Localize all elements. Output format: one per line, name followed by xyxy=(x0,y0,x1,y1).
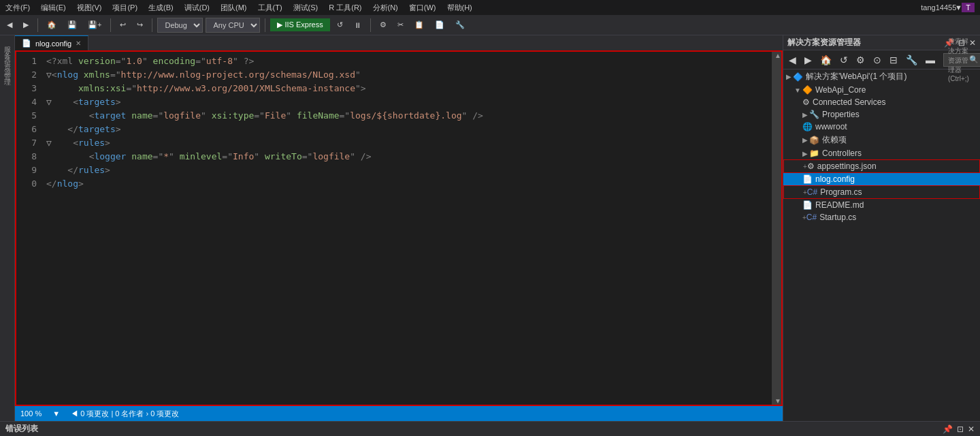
wwwroot-icon: 🌐 xyxy=(802,122,813,131)
el-title: 错误列表 xyxy=(5,423,38,435)
tree-dependencies[interactable]: ▶ 📦 依赖项 xyxy=(783,133,980,147)
project-arrow: ▼ xyxy=(794,87,801,94)
menu-edit[interactable]: 编辑(E) xyxy=(41,3,66,13)
menu-analyze[interactable]: 分析(N) xyxy=(373,3,398,13)
tree-properties[interactable]: ▶ 🔧 Properties xyxy=(783,108,980,121)
toolbar-sep-2 xyxy=(110,18,111,32)
menu-project[interactable]: 项目(P) xyxy=(112,3,137,13)
se-back-button[interactable]: ◀ xyxy=(786,53,799,67)
tree-connected-services[interactable]: ⚙ Connected Services xyxy=(783,96,980,108)
editor-tab-nlog[interactable]: 📄 nlog.config ✕ xyxy=(15,35,88,50)
el-float-button[interactable]: ⊡ xyxy=(957,424,964,434)
solution-icon: 🔷 xyxy=(793,72,803,82)
menu-debug[interactable]: 调试(D) xyxy=(184,3,210,13)
tree-controllers[interactable]: ▶ 📁 Controllers xyxy=(783,147,980,159)
editor-tab-bar: 📄 nlog.config ✕ ▼ xyxy=(15,35,783,50)
connected-services-icon: ⚙ xyxy=(802,97,810,107)
editor-status-bar: 100 % ▼ ◀ 0 项更改 | 0 名作者 › 0 项更改 xyxy=(15,406,783,421)
zoom-dropdown-arrow[interactable]: ▼ xyxy=(52,409,60,418)
toolbar-save[interactable]: 💾 xyxy=(63,19,81,31)
tree-appsettings[interactable]: + ⚙ appsettings.json xyxy=(783,159,980,173)
toolbar-stop[interactable]: ⏸ xyxy=(350,20,365,31)
program-label: Program.cs xyxy=(820,187,862,197)
tree-project-root[interactable]: ▼ 🔶 WebApi_Core xyxy=(783,84,980,96)
left-gutter: 服 务 器 资 源 管 理 xyxy=(0,35,15,421)
connected-services-label: Connected Services xyxy=(813,97,885,107)
menu-view[interactable]: 视图(V) xyxy=(77,3,102,13)
se-search-icon[interactable]: 🔍 xyxy=(969,55,979,64)
menu-bar[interactable]: 文件(F) 编辑(E) 视图(V) 项目(P) 生成(B) 调试(D) 团队(M… xyxy=(5,3,472,13)
tree-program-cs[interactable]: + C# Program.cs xyxy=(783,185,980,199)
se-close-button[interactable]: ✕ xyxy=(969,38,976,48)
zoom-level: 100 % xyxy=(20,409,42,418)
nlog-label: nlog.config xyxy=(815,174,855,184)
menu-help[interactable]: 帮助(H) xyxy=(447,3,472,13)
toolbar-sep-1 xyxy=(37,18,38,32)
appsettings-icon: ⚙ xyxy=(807,161,815,171)
el-pin-button[interactable]: 📌 xyxy=(943,424,953,434)
dependencies-icon: 📦 xyxy=(809,136,819,145)
se-title: 解决方案资源管理器 xyxy=(787,37,861,48)
code-area[interactable]: <?xml version="1.0" encoding="utf-8" ?> … xyxy=(41,52,772,405)
debug-mode-dropdown[interactable]: Debug xyxy=(157,18,203,33)
editor-content[interactable]: 1 2 3 4 5 6 7 8 9 0 <?xml version="1.0" … xyxy=(15,50,783,406)
tree-startup-cs[interactable]: + C# Startup.cs xyxy=(783,211,980,223)
se-collapse-all-button[interactable]: ⊟ xyxy=(887,53,900,67)
toolbar-extra4[interactable]: 📄 xyxy=(431,19,448,31)
title-bar: 文件(F) 编辑(E) 视图(V) 项目(P) 生成(B) 调试(D) 团队(M… xyxy=(0,0,980,15)
scroll-down-button[interactable]: ▼ xyxy=(774,397,781,405)
toolbar-forward[interactable]: ▶ xyxy=(19,19,33,31)
toolbar-redo[interactable]: ↪ xyxy=(133,19,147,31)
se-home-button[interactable]: 🏠 xyxy=(817,53,834,67)
tab-icon: 📄 xyxy=(22,39,31,48)
se-refresh-button[interactable]: ↺ xyxy=(837,53,851,67)
collapse-editor-button[interactable]: ▼ xyxy=(951,0,966,15)
menu-window[interactable]: 窗口(W) xyxy=(409,3,436,13)
se-filter-button[interactable]: ⊙ xyxy=(870,53,884,67)
toolbar-back[interactable]: ◀ xyxy=(3,19,16,31)
se-tree: ▶ 🔷 解决方案'WebApi'(1 个项目) ▼ 🔶 WebApi_Core … xyxy=(783,69,980,421)
editor-container: 📄 nlog.config ✕ ▼ 1 2 3 4 5 6 7 8 9 0 <?… xyxy=(15,35,783,421)
toolbar-sep-4 xyxy=(265,18,265,32)
toolbar-extra5[interactable]: 🔧 xyxy=(451,19,469,31)
toolbar-refresh[interactable]: ↺ xyxy=(333,19,347,31)
tree-wwwroot[interactable]: 🌐 wwwroot xyxy=(783,121,980,133)
se-properties-button[interactable]: 🔧 xyxy=(903,53,920,67)
editor-scrollbar[interactable]: ▲ ▼ xyxy=(772,52,781,405)
toolbar-sep-3 xyxy=(152,18,152,32)
toolbar-extra3[interactable]: 📋 xyxy=(410,19,428,31)
dependencies-arrow: ▶ xyxy=(802,136,808,144)
tab-close-button[interactable]: ✕ xyxy=(76,40,81,47)
tree-nlog-config[interactable]: 📄 nlog.config xyxy=(783,173,980,185)
appsettings-label: appsettings.json xyxy=(817,161,877,171)
toolbar-extra2[interactable]: ✂ xyxy=(393,19,408,31)
dependencies-label: 依赖项 xyxy=(822,134,847,146)
platform-dropdown[interactable]: Any CPU xyxy=(206,18,260,33)
se-preview-button[interactable]: ▬ xyxy=(923,53,938,67)
change-count: ◀ 0 项更改 | 0 名作者 › 0 项更改 xyxy=(71,409,179,419)
startup-label: Startup.cs xyxy=(819,213,856,222)
el-close-button[interactable]: ✕ xyxy=(968,424,975,434)
se-forward-button[interactable]: ▶ xyxy=(802,53,815,67)
startup-icon: C# xyxy=(806,213,817,222)
run-button[interactable]: ▶ IIS Express xyxy=(270,18,329,31)
menu-team[interactable]: 团队(M) xyxy=(220,3,247,13)
toolbar-extra1[interactable]: ⚙ xyxy=(376,19,391,31)
nlog-icon: 📄 xyxy=(802,174,813,184)
se-search-box: 搜索解决方案资源管理器(Ctrl+;) 🔍 xyxy=(943,53,980,67)
el-title-bar: 错误列表 📌 ⊡ ✕ xyxy=(0,422,980,436)
toolbar-save-all[interactable]: 💾+ xyxy=(84,19,105,31)
menu-build[interactable]: 生成(B) xyxy=(148,3,174,13)
menu-tools[interactable]: 工具(T) xyxy=(258,3,282,13)
tree-readme[interactable]: 📄 README.md xyxy=(783,199,980,211)
tree-solution-root[interactable]: ▶ 🔷 解决方案'WebApi'(1 个项目) xyxy=(783,69,980,84)
toolbar-home[interactable]: 🏠 xyxy=(43,19,61,31)
program-icon: C# xyxy=(807,187,817,197)
scroll-up-button[interactable]: ▲ xyxy=(774,52,781,59)
menu-test[interactable]: 测试(S) xyxy=(293,3,318,13)
toolbar-undo[interactable]: ↩ xyxy=(116,19,130,31)
se-settings-button[interactable]: ⚙ xyxy=(853,53,868,67)
solution-explorer: 解决方案资源管理器 📌 ⊡ ✕ ◀ ▶ 🏠 ↺ ⚙ ⊙ ⊟ 🔧 ▬ 搜索解决方案… xyxy=(783,35,980,421)
menu-rtools[interactable]: R 工具(R) xyxy=(329,3,361,13)
menu-file[interactable]: 文件(F) xyxy=(5,3,30,13)
